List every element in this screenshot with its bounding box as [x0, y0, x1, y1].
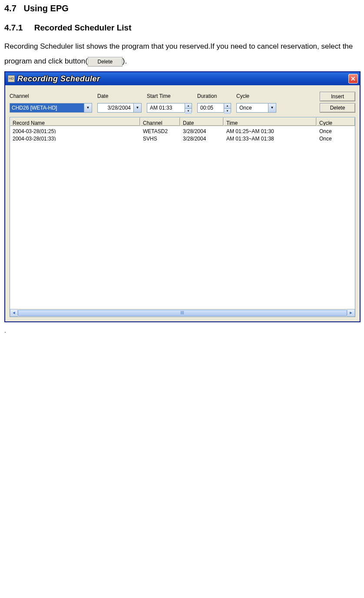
subsection-number: 4.7.1: [4, 23, 23, 32]
cell-time: AM 01:25~AM 01:30: [224, 126, 317, 134]
chevron-down-icon[interactable]: ▼: [84, 104, 92, 112]
section-number: 4.7: [4, 3, 17, 13]
controls-row: Channel CHD26 [WETA-HD] ▼ Date 3/28/2004…: [10, 91, 355, 113]
inline-delete-button: Delete: [88, 57, 122, 67]
cell-date: 3/28/2004: [180, 126, 224, 134]
channel-value: CHD26 [WETA-HD]: [10, 104, 84, 112]
cycle-group: Cycle Once ▼: [236, 91, 276, 113]
header-cycle[interactable]: Cycle: [317, 117, 355, 126]
delete-button[interactable]: Delete: [320, 103, 355, 113]
dialog-body: Channel CHD26 [WETA-HD] ▼ Date 3/28/2004…: [5, 85, 360, 321]
cell-channel: SVHS: [140, 134, 180, 141]
grip-icon: [181, 311, 184, 314]
scroll-right-icon[interactable]: ►: [347, 309, 355, 317]
cell-record-name: 2004-03-28(01:25): [10, 126, 140, 134]
scroll-thumb[interactable]: [18, 310, 347, 316]
date-picker[interactable]: 3/28/2004 ▼: [97, 103, 142, 113]
chevron-down-icon[interactable]: ▼: [268, 104, 276, 112]
header-channel[interactable]: Channel: [140, 117, 180, 126]
duration-label: Duration: [197, 91, 231, 101]
duration-spinner[interactable]: 00:05 ▲ ▼: [197, 103, 231, 113]
app-icon: HD: [8, 75, 15, 82]
cell-date: 3/28/2004: [180, 134, 224, 141]
trailing-period: .: [4, 327, 6, 334]
channel-combo[interactable]: CHD26 [WETA-HD] ▼: [10, 103, 92, 113]
chevron-down-icon[interactable]: ▼: [133, 104, 141, 112]
table-rows: 2004-03-28(01:25) WETASD2 3/28/2004 AM 0…: [10, 126, 355, 309]
table-row[interactable]: 2004-03-28(01:33) SVHS 3/28/2004 AM 01:3…: [10, 134, 355, 141]
cell-record-name: 2004-03-28(01:33): [10, 134, 140, 141]
down-arrow-icon[interactable]: ▼: [224, 109, 231, 114]
table-header: Record Name Channel Date Time Cycle: [10, 117, 355, 126]
start-time-value: AM 01:33: [147, 103, 185, 113]
start-time-group: Start Time AM 01:33 ▲ ▼: [147, 91, 192, 113]
up-arrow-icon[interactable]: ▲: [185, 104, 192, 109]
channel-label: Channel: [10, 91, 92, 101]
cycle-value: Once: [237, 103, 268, 113]
cell-time: AM 01:33~AM 01:38: [224, 134, 317, 141]
para-before: Recording Scheduler list shows the progr…: [4, 42, 353, 65]
date-value: 3/28/2004: [98, 103, 133, 113]
section-heading: 4.7 Using EPG: [4, 0, 360, 17]
date-label: Date: [97, 91, 142, 101]
start-time-spinner[interactable]: AM 01:33 ▲ ▼: [147, 103, 192, 113]
titlebar[interactable]: HD Recording Scheduler ✕: [5, 72, 360, 85]
subsection-title: Recorded Scheduler List: [34, 23, 132, 32]
cycle-label: Cycle: [236, 91, 276, 101]
cycle-combo[interactable]: Once ▼: [236, 103, 276, 113]
cell-cycle: Once: [317, 134, 355, 141]
duration-value: 00:05: [198, 103, 224, 113]
section-title: Using EPG: [23, 3, 68, 13]
header-record-name[interactable]: Record Name: [10, 117, 140, 126]
cell-cycle: Once: [317, 126, 355, 134]
cell-channel: WETASD2: [140, 126, 180, 134]
up-arrow-icon[interactable]: ▲: [224, 104, 231, 109]
close-icon[interactable]: ✕: [348, 74, 358, 84]
horizontal-scrollbar[interactable]: ◄ ►: [10, 309, 355, 317]
scroll-track[interactable]: [18, 309, 347, 317]
header-time[interactable]: Time: [224, 117, 317, 126]
insert-button[interactable]: Insert: [320, 92, 355, 101]
titlebar-text: Recording Scheduler: [17, 71, 348, 86]
scroll-left-icon[interactable]: ◄: [10, 309, 18, 317]
schedule-table: Record Name Channel Date Time Cycle 2004…: [10, 117, 355, 317]
para-after: ).: [122, 57, 127, 65]
date-group: Date 3/28/2004 ▼: [97, 91, 142, 113]
channel-group: Channel CHD26 [WETA-HD] ▼: [10, 91, 92, 113]
start-time-label: Start Time: [147, 91, 192, 101]
action-buttons: Insert Delete: [320, 92, 355, 113]
body-paragraph: Recording Scheduler list shows the progr…: [4, 39, 360, 69]
table-row[interactable]: 2004-03-28(01:25) WETASD2 3/28/2004 AM 0…: [10, 126, 355, 134]
duration-group: Duration 00:05 ▲ ▼: [197, 91, 231, 113]
subsection-heading: 4.7.1 Recorded Scheduler List: [4, 20, 360, 36]
header-date[interactable]: Date: [180, 117, 224, 126]
down-arrow-icon[interactable]: ▼: [185, 109, 192, 114]
recording-scheduler-dialog: HD Recording Scheduler ✕ Channel CHD26 […: [4, 71, 361, 322]
